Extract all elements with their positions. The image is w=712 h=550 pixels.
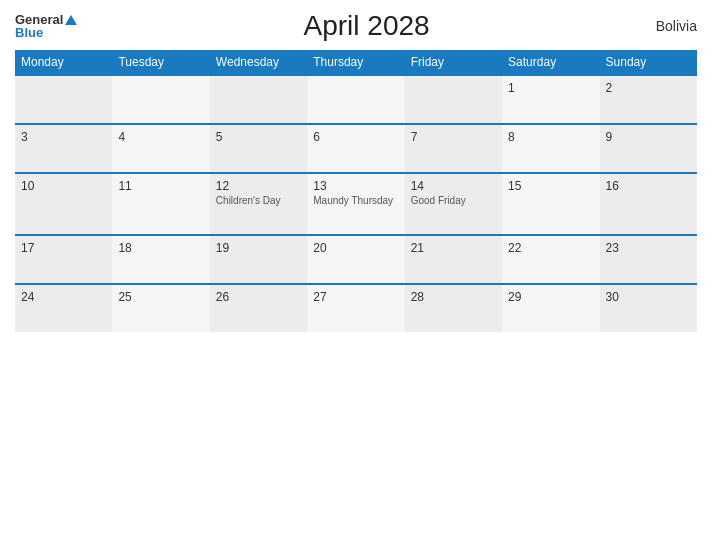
calendar-cell: 8 (502, 124, 599, 173)
country-label: Bolivia (656, 18, 697, 34)
day-number: 14 (411, 179, 496, 193)
calendar-table: Monday Tuesday Wednesday Thursday Friday… (15, 50, 697, 332)
page-title: April 2028 (304, 10, 430, 42)
calendar-cell: 5 (210, 124, 307, 173)
weekday-header-row: Monday Tuesday Wednesday Thursday Friday… (15, 50, 697, 75)
day-number: 2 (606, 81, 691, 95)
calendar-cell: 3 (15, 124, 112, 173)
day-number: 4 (118, 130, 203, 144)
calendar-cell: 13Maundy Thursday (307, 173, 404, 235)
day-number: 19 (216, 241, 301, 255)
day-number: 1 (508, 81, 593, 95)
calendar-cell: 10 (15, 173, 112, 235)
calendar-cell (112, 75, 209, 124)
calendar-cell: 6 (307, 124, 404, 173)
day-number: 22 (508, 241, 593, 255)
calendar-cell (15, 75, 112, 124)
day-number: 29 (508, 290, 593, 304)
weekday-thursday: Thursday (307, 50, 404, 75)
calendar-week-row: 12 (15, 75, 697, 124)
day-event: Children's Day (216, 195, 301, 206)
day-number: 18 (118, 241, 203, 255)
logo: General Blue (15, 13, 77, 39)
calendar-cell: 22 (502, 235, 599, 284)
calendar-week-row: 3456789 (15, 124, 697, 173)
day-number: 23 (606, 241, 691, 255)
calendar-page: General Blue April 2028 Bolivia Monday T… (0, 0, 712, 550)
calendar-cell: 9 (600, 124, 697, 173)
day-number: 21 (411, 241, 496, 255)
calendar-cell: 7 (405, 124, 502, 173)
calendar-cell: 24 (15, 284, 112, 332)
calendar-cell: 21 (405, 235, 502, 284)
day-number: 3 (21, 130, 106, 144)
weekday-tuesday: Tuesday (112, 50, 209, 75)
day-number: 12 (216, 179, 301, 193)
day-number: 20 (313, 241, 398, 255)
day-event: Maundy Thursday (313, 195, 398, 206)
day-number: 8 (508, 130, 593, 144)
calendar-cell: 1 (502, 75, 599, 124)
day-event: Good Friday (411, 195, 496, 206)
weekday-friday: Friday (405, 50, 502, 75)
day-number: 9 (606, 130, 691, 144)
weekday-monday: Monday (15, 50, 112, 75)
calendar-week-row: 17181920212223 (15, 235, 697, 284)
calendar-cell: 2 (600, 75, 697, 124)
day-number: 15 (508, 179, 593, 193)
day-number: 28 (411, 290, 496, 304)
day-number: 6 (313, 130, 398, 144)
calendar-cell (210, 75, 307, 124)
calendar-cell: 18 (112, 235, 209, 284)
page-header: General Blue April 2028 Bolivia (15, 10, 697, 42)
day-number: 17 (21, 241, 106, 255)
weekday-wednesday: Wednesday (210, 50, 307, 75)
weekday-saturday: Saturday (502, 50, 599, 75)
day-number: 27 (313, 290, 398, 304)
calendar-cell: 26 (210, 284, 307, 332)
calendar-cell: 29 (502, 284, 599, 332)
day-number: 24 (21, 290, 106, 304)
day-number: 25 (118, 290, 203, 304)
calendar-week-row: 101112Children's Day13Maundy Thursday14G… (15, 173, 697, 235)
day-number: 5 (216, 130, 301, 144)
calendar-cell: 19 (210, 235, 307, 284)
calendar-cell: 28 (405, 284, 502, 332)
calendar-cell: 27 (307, 284, 404, 332)
calendar-cell (307, 75, 404, 124)
day-number: 7 (411, 130, 496, 144)
weekday-sunday: Sunday (600, 50, 697, 75)
day-number: 30 (606, 290, 691, 304)
calendar-week-row: 24252627282930 (15, 284, 697, 332)
day-number: 26 (216, 290, 301, 304)
calendar-cell: 15 (502, 173, 599, 235)
day-number: 13 (313, 179, 398, 193)
day-number: 16 (606, 179, 691, 193)
calendar-cell: 30 (600, 284, 697, 332)
day-number: 11 (118, 179, 203, 193)
logo-blue-text: Blue (15, 26, 77, 39)
calendar-cell: 14Good Friday (405, 173, 502, 235)
logo-triangle-icon (65, 15, 77, 25)
calendar-cell: 11 (112, 173, 209, 235)
calendar-cell (405, 75, 502, 124)
calendar-cell: 12Children's Day (210, 173, 307, 235)
calendar-cell: 23 (600, 235, 697, 284)
calendar-cell: 16 (600, 173, 697, 235)
calendar-cell: 17 (15, 235, 112, 284)
calendar-cell: 20 (307, 235, 404, 284)
calendar-cell: 25 (112, 284, 209, 332)
day-number: 10 (21, 179, 106, 193)
calendar-cell: 4 (112, 124, 209, 173)
